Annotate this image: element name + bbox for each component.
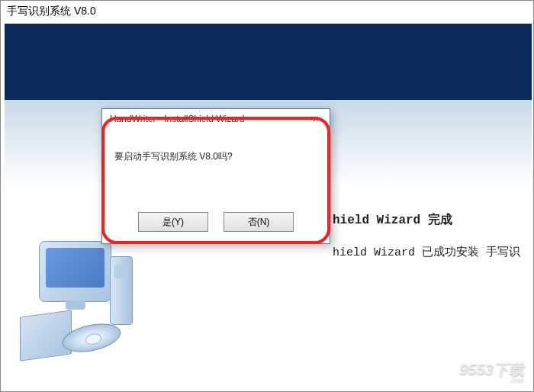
- tower-icon: [110, 256, 133, 325]
- watermark-sub: .com: [460, 377, 525, 384]
- dialog-title-text: HandWriter - InstallShield Wizard: [110, 114, 245, 124]
- dialog-title-bar: HandWriter - InstallShield Wizard ×: [102, 109, 330, 132]
- dialog-message: 要启动手写识别系统 V8.0吗?: [102, 132, 330, 182]
- watermark: 9553下载 .com: [460, 361, 525, 384]
- wizard-body-text: hield Wizard 已成功安装 手写识: [333, 245, 520, 259]
- dialog-button-row: 是(Y) 否(N): [102, 212, 330, 232]
- watermark-text: 9553下载: [460, 361, 525, 378]
- monitor-stand-icon: [66, 300, 85, 310]
- close-icon[interactable]: ×: [308, 112, 323, 125]
- monitor-icon: [39, 241, 111, 302]
- wizard-heading: hield Wizard 完成: [333, 212, 452, 228]
- window-title: 手写识别系统 V8.0: [7, 5, 96, 17]
- yes-button[interactable]: 是(Y): [138, 212, 208, 232]
- confirm-dialog: HandWriter - InstallShield Wizard × 要启动手…: [101, 108, 330, 244]
- software-box-icon: [20, 310, 72, 361]
- installer-artwork: [20, 233, 142, 371]
- no-button[interactable]: 否(N): [224, 212, 294, 232]
- window-title-bar: 手写识别系统 V8.0: [1, 1, 533, 24]
- installer-window: 手写识别系统 V8.0 hield Wizard 完成 hield Wizard…: [0, 0, 534, 392]
